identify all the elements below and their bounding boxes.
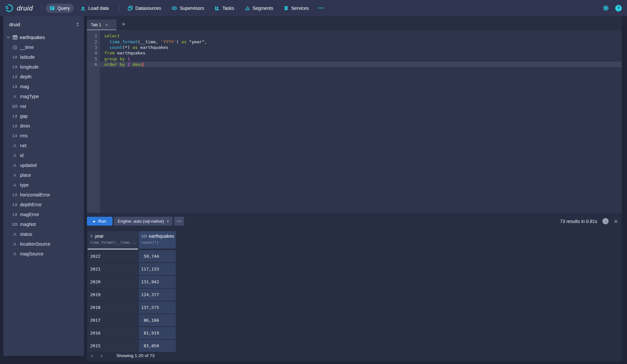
sidebar-column-gap[interactable]: 1.0gap [3,111,84,121]
add-tab-button[interactable]: + [122,21,126,30]
engine-select[interactable]: Engine: auto (sql-native) ▾ [114,217,172,226]
nav-item-segments[interactable]: Segments [241,4,277,13]
type-badge-string: A [11,252,18,256]
tab-close-icon[interactable]: × [105,22,108,27]
sidebar-column-horizontalError[interactable]: 1.0horizontalError [3,190,84,200]
result-cell-year[interactable]: 2021 [88,263,138,275]
sidebar-column-updated[interactable]: Aupdated [3,160,84,170]
result-cell-year[interactable]: 2018 [88,301,138,313]
sidebar-column-magNst[interactable]: 123magNst [3,219,84,229]
code-line-3[interactable]: 3 count(*) as earthquakes [87,45,622,50]
sidebar-column-longitude[interactable]: 1.0longitude [3,62,84,72]
nav-label: Datasources [135,6,161,11]
nav-item-datasources[interactable]: Datasources [124,4,165,13]
column-name: __time [20,45,34,50]
druid-logo[interactable]: druid [5,4,33,12]
result-cell-earthquakes[interactable]: 124,377 [139,289,176,301]
sidebar-column-magType[interactable]: AmagType [3,91,84,101]
code-line-1[interactable]: 1select [87,33,622,39]
query-more-button[interactable]: ••• [174,217,184,226]
download-results-icon[interactable]: ↓ [602,218,609,224]
sidebar-column-place[interactable]: Aplace [3,170,84,180]
sidebar-column-status[interactable]: Astatus [3,229,84,239]
time-icon [11,45,18,50]
nav-item-load-data[interactable]: Load data [76,4,112,13]
code-text: select [100,33,120,38]
column-expression: time_format(__time, … [90,240,135,245]
run-button[interactable]: ▶ Run [87,217,112,226]
sidebar-column-depth[interactable]: 1.0depth [3,72,84,82]
sidebar-column-magError[interactable]: 1.0magError [3,210,84,219]
sidebar-table-earthquakes[interactable]: earthquakes [3,32,84,42]
result-cell-earthquakes[interactable]: 81,919 [139,327,176,339]
sidebar-column-magSource[interactable]: AmagSource [3,249,84,259]
result-cell-year[interactable]: 2022 [88,250,138,262]
query-workbench: Tab 1 × + 1select2 time_format(__time, '… [87,16,622,361]
sidebar-column-__time[interactable]: __time [3,42,84,52]
column-name: longitude [20,64,39,70]
column-name: depthError [20,202,42,207]
type-badge-float: 1.0 [11,114,18,118]
result-cell-year[interactable]: 2017 [88,314,138,326]
result-cell-earthquakes[interactable]: 86,166 [139,314,176,326]
column-header-year[interactable]: A year time_format(__time, … [88,231,138,249]
nav-label: Segments [253,6,273,11]
sidebar-column-mag[interactable]: 1.0mag [3,82,84,91]
nav-divider [119,5,120,12]
sidebar-column-dmin[interactable]: 1.0dmin [3,121,84,131]
sort-columns-icon[interactable] [76,22,79,27]
code-line-6[interactable]: 6order by 1 desc [87,62,622,67]
column-header-earthquakes[interactable]: 123 earthquakes count(*) [139,231,176,249]
code-text: time_format(__time, 'YYYY') as "year", [100,39,207,44]
column-name: mag [20,84,29,89]
result-cell-earthquakes[interactable]: 59,744 [139,250,176,262]
column-name: horizontalError [20,192,50,197]
code-text: group by 1 [100,56,130,61]
result-cell-earthquakes[interactable]: 83,850 [139,340,176,352]
table-icon [12,35,18,40]
type-badge-string: A [11,143,18,148]
result-cell-year[interactable]: 2015 [88,340,138,352]
result-cell-year[interactable]: 2016 [88,327,138,339]
sql-editor[interactable]: 1select2 time_format(__time, 'YYYY') as … [87,30,622,213]
results-header: A year time_format(__time, … 123 earthqu… [88,231,176,249]
type-badge-float: 1.0 [11,75,18,79]
prev-page-icon[interactable]: ‹ [87,352,97,359]
result-cell-earthquakes[interactable]: 131,942 [139,276,176,288]
code-line-4[interactable]: 4from earthquakes [87,50,622,56]
settings-gear-icon[interactable] [602,5,609,11]
result-cell-year[interactable]: 2019 [88,289,138,301]
line-number: 6 [87,62,100,67]
type-badge-string: A [11,232,18,237]
close-results-icon[interactable]: × [614,218,618,225]
line-number: 5 [87,56,100,61]
column-name: earthquakes [149,233,174,239]
sort-indicator [88,249,138,250]
sidebar-column-latitude[interactable]: 1.0latitude [3,52,84,62]
type-badge-float: 1.0 [11,124,18,128]
tab-1[interactable]: Tab 1 × [87,19,116,30]
column-name: id [20,153,24,158]
sidebar-column-net[interactable]: Anet [3,141,84,151]
result-cell-earthquakes[interactable]: 137,575 [139,301,176,313]
sidebar-column-id[interactable]: Aid [3,151,84,160]
query-icon [50,6,55,11]
nav-item-tasks[interactable]: Tasks [211,4,238,13]
result-cell-earthquakes[interactable]: 117,133 [139,263,176,275]
sidebar-column-type[interactable]: Atype [3,180,84,190]
help-icon[interactable]: ? [615,5,622,11]
nav-more-button[interactable]: ••• [315,4,327,12]
type-badge-float: 1.0 [11,193,18,197]
druid-logo-icon [5,4,14,12]
nav-item-services[interactable]: Services [280,4,313,13]
sidebar-column-rms[interactable]: 1.0rms [3,131,84,141]
sidebar-column-nst[interactable]: 123nst [3,101,84,111]
result-cell-year[interactable]: 2020 [88,276,138,288]
sidebar-column-locationSource[interactable]: AlocationSource [3,239,84,249]
sidebar-column-depthError[interactable]: 1.0depthError [3,200,84,210]
nav-item-query[interactable]: Query [46,4,74,13]
code-line-2[interactable]: 2 time_format(__time, 'YYYY') as "year", [87,39,622,44]
code-line-5[interactable]: 5group by 1 [87,56,622,62]
next-page-icon[interactable]: › [97,352,107,359]
nav-item-supervisors[interactable]: Supervisors [168,4,208,13]
